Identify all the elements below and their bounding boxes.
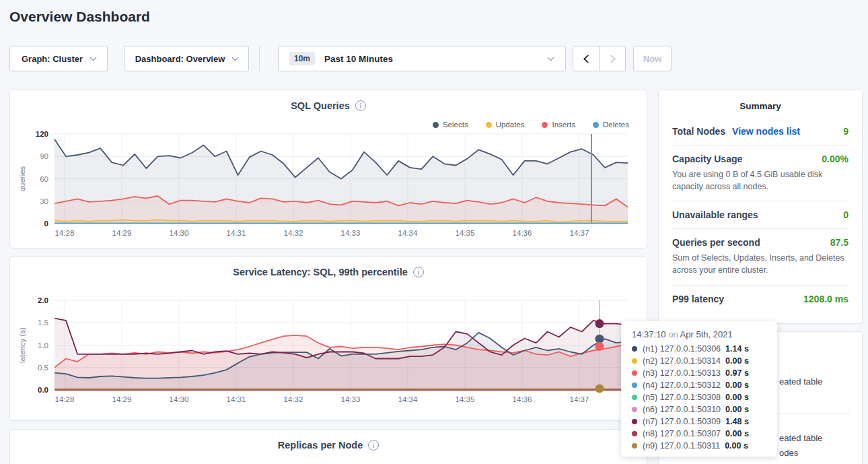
- tooltip-row: (n3) 127.0.0.1:503130.97 s: [632, 367, 777, 379]
- tooltip-row: (n9) 127.0.0.1:503110.00 s: [632, 440, 777, 452]
- info-icon[interactable]: i: [368, 440, 379, 451]
- summary-value: 9: [843, 126, 848, 137]
- svg-text:1.0: 1.0: [38, 341, 48, 350]
- tooltip-node-value: 0.00 s: [725, 405, 749, 414]
- svg-text:90: 90: [40, 152, 48, 160]
- svg-text:0.5: 0.5: [38, 364, 48, 372]
- tooltip-node-label: (n4) 127.0.0.1:50312: [643, 380, 721, 390]
- svg-text:14:35: 14:35: [456, 395, 475, 403]
- sql-queries-chart[interactable]: 030609012014:2814:2914:3014:3114:3214:33…: [10, 127, 648, 242]
- service-latency-chart[interactable]: 0.00.51.01.52.014:2814:2914:3014:3114:32…: [10, 294, 648, 408]
- info-icon[interactable]: i: [355, 100, 366, 111]
- tooltip-node-label: (n3) 127.0.0.1:50313: [643, 368, 721, 378]
- svg-text:14:30: 14:30: [170, 229, 189, 237]
- graph-dropdown[interactable]: Graph: Cluster: [9, 46, 108, 71]
- tooltip-node-label: (n9) 127.0.0.1:50311: [643, 441, 720, 451]
- chevron-down-icon: [90, 54, 97, 61]
- summary-label: Total Nodes: [672, 126, 725, 137]
- chevron-left-icon: [583, 55, 592, 63]
- series-dot-icon: [632, 431, 637, 436]
- tooltip-rows: (n1) 127.0.0.1:503061.14 s(n2) 127.0.0.1…: [632, 343, 777, 452]
- summary-label: Unavailable ranges: [672, 209, 758, 220]
- series-dot-icon: [632, 407, 637, 412]
- chart-title-text: Service Latency: SQL, 99th percentile: [233, 267, 408, 277]
- service-latency-card: Service Latency: SQL, 99th percentile i …: [9, 256, 647, 421]
- page-title: Overview Dashboard: [9, 9, 150, 25]
- svg-text:latency (s): latency (s): [18, 327, 26, 363]
- chevron-down-icon: [232, 54, 239, 61]
- now-button[interactable]: Now: [633, 46, 672, 71]
- svg-text:14:31: 14:31: [227, 395, 246, 403]
- service-latency-title: Service Latency: SQL, 99th percentile i: [10, 267, 647, 277]
- view-nodes-list-link[interactable]: View nodes list: [732, 126, 800, 137]
- tooltip-node-label: (n6) 127.0.0.1:50310: [643, 405, 721, 414]
- svg-text:14:33: 14:33: [341, 395, 361, 403]
- svg-text:30: 30: [40, 197, 48, 205]
- controls-divider: [259, 46, 260, 71]
- event-text-fragment: eated table: [779, 376, 822, 387]
- summary-value: 1208.0 ms: [803, 294, 848, 304]
- tooltip-node-label: (n5) 127.0.0.1:50308: [643, 393, 721, 402]
- svg-text:14:29: 14:29: [112, 229, 132, 237]
- tooltip-row: (n1) 127.0.0.1:503061.14 s: [632, 343, 777, 355]
- tooltip-node-label: (n8) 127.0.0.1:50307: [643, 429, 721, 438]
- tooltip-row: (n6) 127.0.0.1:503100.00 s: [632, 403, 777, 416]
- tooltip-row: (n8) 127.0.0.1:503070.00 s: [632, 428, 777, 440]
- time-range-badge: 10m: [289, 52, 315, 65]
- summary-label: P99 latency: [672, 294, 724, 304]
- tooltip-node-label: (n7) 127.0.0.1:50309: [643, 417, 721, 426]
- series-dot-icon: [632, 370, 637, 376]
- svg-text:2.0: 2.0: [38, 296, 48, 304]
- svg-text:14:36: 14:36: [513, 229, 532, 237]
- tooltip-node-value: 0.00 s: [725, 393, 749, 402]
- time-range-picker[interactable]: 10m Past 10 Minutes: [278, 46, 566, 71]
- tooltip-node-value: 0.00 s: [725, 356, 749, 366]
- summary-label: Queries per second: [672, 237, 760, 248]
- summary-row-queries-per-second: Queries per second 87.5 Sum of Selects, …: [672, 229, 848, 285]
- tooltip-sep: on: [666, 329, 680, 339]
- tooltip-node-value: 0.00 s: [725, 429, 749, 438]
- chevron-right-icon: [607, 55, 616, 63]
- series-dot-icon: [632, 346, 637, 352]
- svg-text:14:33: 14:33: [341, 229, 361, 237]
- chart-title-text: Replicas per Node: [278, 440, 363, 451]
- svg-text:14:29: 14:29: [112, 395, 132, 403]
- info-icon[interactable]: i: [413, 267, 424, 277]
- svg-text:14:28: 14:28: [55, 395, 75, 403]
- tooltip-node-value: 0.00 s: [725, 380, 749, 390]
- svg-text:14:36: 14:36: [513, 395, 532, 403]
- svg-text:14:37: 14:37: [570, 395, 589, 403]
- series-dot-icon: [632, 358, 637, 364]
- time-prev-button[interactable]: [573, 46, 600, 71]
- event-text-fragment: eated table: [779, 433, 822, 443]
- chart-hover-tooltip: 14:37:10 on Apr 5th, 2021 (n1) 127.0.0.1…: [621, 321, 777, 457]
- series-dot-icon: [632, 443, 637, 449]
- dashboard-dropdown[interactable]: Dashboard: Overview: [124, 46, 249, 71]
- summary-panel: Summary Total Nodes View nodes list 9 Ca…: [658, 90, 863, 324]
- tooltip-date: Apr 5th, 2021: [680, 329, 733, 339]
- summary-value: 87.5: [830, 237, 848, 248]
- summary-description: You are using 0 B of 4.5 GiB usable disk…: [672, 168, 848, 193]
- graph-dropdown-label: Graph: Cluster: [22, 54, 83, 64]
- svg-text:14:28: 14:28: [55, 229, 75, 237]
- summary-description: Sum of Selects, Updates, Inserts, and De…: [672, 252, 848, 276]
- tooltip-row: (n5) 127.0.0.1:503080.00 s: [632, 391, 777, 403]
- event-text-fragment: odes: [779, 448, 798, 458]
- sql-queries-card: SQL Queries i SelectsUpdatesInsertsDelet…: [9, 90, 647, 248]
- summary-rows: Total Nodes View nodes list 9 Capacity U…: [672, 118, 848, 312]
- tooltip-node-value: 1.14 s: [725, 344, 749, 354]
- time-range-label: Past 10 Minutes: [324, 54, 393, 64]
- svg-text:14:31: 14:31: [227, 229, 246, 237]
- tooltip-node-label: (n1) 127.0.0.1:50306: [643, 344, 721, 354]
- time-next-button[interactable]: [599, 46, 626, 71]
- sql-queries-title: SQL Queries i: [10, 100, 647, 111]
- tooltip-node-label: (n2) 127.0.0.1:50314: [643, 356, 721, 366]
- series-dot-icon: [632, 395, 637, 400]
- chart-title-text: SQL Queries: [291, 100, 350, 111]
- series-dot-icon: [632, 419, 637, 424]
- svg-text:14:30: 14:30: [170, 395, 189, 403]
- summary-title: Summary: [659, 101, 862, 111]
- svg-text:14:32: 14:32: [284, 229, 303, 237]
- series-dot-icon: [632, 383, 637, 388]
- replicas-per-node-title: Replicas per Node i: [10, 440, 647, 451]
